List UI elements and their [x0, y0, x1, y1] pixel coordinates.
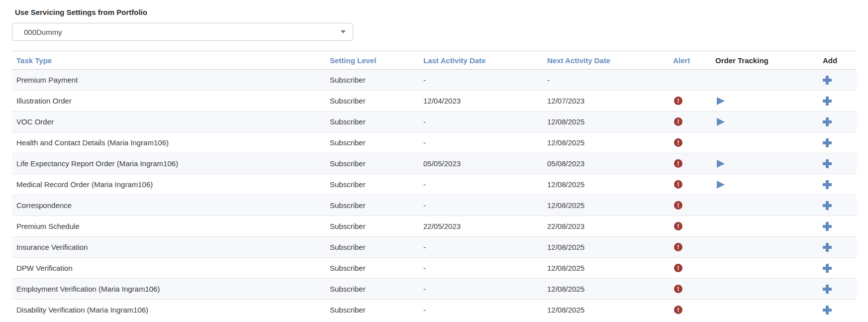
alert-cell — [673, 216, 715, 236]
alert-cell — [673, 70, 715, 90]
next-activity-date-cell: 12/08/2025 — [547, 279, 673, 299]
table-row: DPW VerificationSubscriber-12/08/2025 — [12, 258, 857, 279]
alert-cell — [673, 195, 715, 215]
table-row: Illustration OrderSubscriber12/04/202312… — [12, 91, 857, 111]
plus-icon-vertical-bar — [826, 201, 829, 210]
alert-icon[interactable] — [674, 306, 682, 314]
task-type-cell: Premium Schedule — [12, 216, 330, 236]
alert-icon[interactable] — [674, 285, 682, 293]
alert-cell — [673, 132, 715, 153]
task-type-cell: Life Expectancy Report Order (Maria Ingr… — [12, 153, 330, 174]
table-row: Premium ScheduleSubscriber22/05/202322/0… — [12, 216, 857, 237]
alert-icon[interactable] — [674, 138, 682, 147]
last-activity-date-cell: 12/04/2023 — [423, 91, 547, 111]
table-header-row: Task TypeSetting LevelLast Activity Date… — [12, 51, 857, 70]
plus-icon-vertical-bar — [826, 243, 829, 252]
plus-icon-vertical-bar — [826, 76, 829, 85]
next-activity-date-cell: 12/08/2025 — [547, 132, 673, 153]
table-row: Medical Record Order (Maria Ingram106)Su… — [12, 174, 857, 195]
column-header-next-activity-date[interactable]: Next Activity Date — [547, 51, 673, 69]
task-type-cell: Employment Verification (Maria Ingram106… — [12, 279, 330, 299]
add-plus-icon[interactable] — [823, 264, 832, 273]
add-cell — [823, 258, 857, 278]
order-tracking-cell — [715, 132, 823, 153]
last-activity-date-cell: - — [423, 195, 547, 215]
order-tracking-cell — [715, 279, 823, 299]
last-activity-date-cell: 22/05/2023 — [423, 216, 547, 236]
add-cell — [823, 174, 857, 195]
alert-icon[interactable] — [674, 159, 682, 168]
alert-icon[interactable] — [674, 222, 682, 230]
alert-icon[interactable] — [674, 264, 682, 272]
task-type-cell: Premium Payment — [12, 70, 330, 90]
add-plus-icon[interactable] — [823, 285, 832, 294]
order-tracking-cell — [715, 216, 823, 236]
table-body: Premium PaymentSubscriber--Illustration … — [12, 70, 857, 320]
add-plus-icon[interactable] — [823, 306, 832, 315]
add-cell — [823, 300, 857, 320]
setting-level-cell: Subscriber — [330, 195, 423, 215]
task-type-cell: Insurance Verification — [12, 237, 330, 257]
setting-level-cell: Subscriber — [330, 258, 423, 278]
column-header-last-activity-date[interactable]: Last Activity Date — [423, 51, 547, 69]
plus-icon-vertical-bar — [826, 138, 829, 147]
task-type-cell: DPW Verification — [12, 258, 330, 278]
alert-icon[interactable] — [674, 201, 682, 210]
task-settings-table: Task TypeSetting LevelLast Activity Date… — [12, 51, 857, 320]
add-plus-icon[interactable] — [823, 222, 832, 231]
add-plus-icon[interactable] — [823, 180, 832, 189]
alert-icon[interactable] — [674, 180, 682, 189]
plus-icon-vertical-bar — [826, 306, 829, 315]
alert-cell — [673, 279, 715, 299]
next-activity-date-cell: - — [547, 70, 673, 90]
order-tracking-play-icon[interactable] — [717, 181, 725, 189]
next-activity-date-cell: 12/08/2025 — [547, 258, 673, 278]
alert-cell — [673, 91, 715, 111]
setting-level-cell: Subscriber — [330, 91, 423, 111]
table-row: Life Expectancy Report Order (Maria Ingr… — [12, 153, 857, 174]
setting-level-cell: Subscriber — [330, 70, 423, 90]
alert-cell — [673, 300, 715, 320]
last-activity-date-cell: - — [423, 300, 547, 320]
next-activity-date-cell: 12/08/2025 — [547, 195, 673, 215]
order-tracking-cell — [715, 111, 823, 132]
alert-cell — [673, 237, 715, 257]
table-row: VOC OrderSubscriber-12/08/2025 — [12, 111, 857, 132]
add-cell — [823, 279, 857, 299]
column-header-add: Add — [823, 51, 857, 69]
alert-icon[interactable] — [674, 243, 682, 251]
column-header-setting-level[interactable]: Setting Level — [330, 51, 423, 69]
setting-level-cell: Subscriber — [330, 132, 423, 153]
table-row: Health and Contact Details (Maria Ingram… — [12, 132, 857, 153]
next-activity-date-cell: 12/07/2023 — [547, 91, 673, 111]
add-plus-icon[interactable] — [823, 138, 832, 147]
setting-level-cell: Subscriber — [330, 174, 423, 195]
alert-icon[interactable] — [674, 97, 682, 105]
task-type-cell: Medical Record Order (Maria Ingram106) — [12, 174, 330, 195]
plus-icon-vertical-bar — [826, 97, 829, 106]
add-plus-icon[interactable] — [823, 117, 832, 126]
order-tracking-cell — [715, 174, 823, 195]
last-activity-date-cell: - — [423, 174, 547, 195]
column-header-alert[interactable]: Alert — [673, 51, 715, 69]
add-cell — [823, 111, 857, 132]
add-plus-icon[interactable] — [823, 159, 832, 168]
alert-icon[interactable] — [674, 117, 682, 126]
order-tracking-play-icon[interactable] — [717, 97, 725, 105]
add-plus-icon[interactable] — [823, 201, 832, 210]
add-cell — [823, 237, 857, 257]
last-activity-date-cell: - — [423, 132, 547, 153]
add-cell — [823, 195, 857, 215]
column-header-task-type[interactable]: Task Type — [12, 51, 330, 69]
add-cell — [823, 70, 857, 90]
order-tracking-cell — [715, 91, 823, 111]
add-plus-icon[interactable] — [823, 243, 832, 252]
add-plus-icon[interactable] — [823, 76, 832, 85]
next-activity-date-cell: 12/08/2025 — [547, 174, 673, 195]
plus-icon-vertical-bar — [826, 180, 829, 189]
portfolio-label: Use Servicing Settings from Portfolio — [15, 8, 868, 16]
add-plus-icon[interactable] — [823, 97, 832, 106]
order-tracking-play-icon[interactable] — [717, 160, 725, 168]
order-tracking-play-icon[interactable] — [717, 118, 725, 126]
portfolio-select[interactable]: 000Dummy — [12, 23, 353, 41]
